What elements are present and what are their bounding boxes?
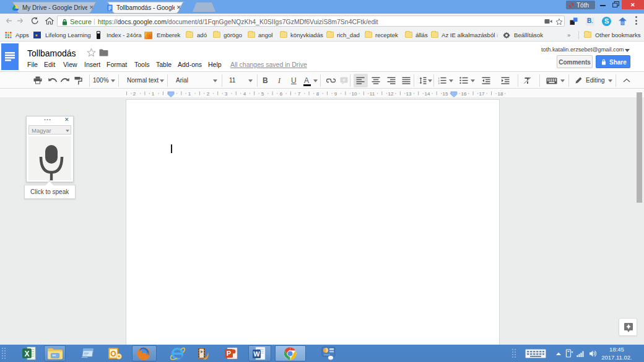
svg-text:18: 18 <box>498 91 503 97</box>
svg-text:15: 15 <box>443 91 448 97</box>
svg-text:X: X <box>24 350 29 358</box>
svg-text:4: 4 <box>243 91 246 97</box>
svg-text:7: 7 <box>298 91 301 97</box>
svg-text:5: 5 <box>261 91 264 97</box>
svg-text:10: 10 <box>352 91 357 97</box>
svg-text:W: W <box>253 350 260 358</box>
svg-text:6: 6 <box>280 91 283 97</box>
svg-text:12: 12 <box>388 91 394 97</box>
svg-text:11: 11 <box>370 91 375 97</box>
svg-text:2: 2 <box>133 91 136 97</box>
svg-text:13: 13 <box>406 91 412 97</box>
svg-text:17: 17 <box>479 91 485 97</box>
svg-text:1: 1 <box>188 91 191 97</box>
svg-text:P: P <box>227 350 231 357</box>
svg-text:3: 3 <box>438 82 440 84</box>
svg-text:2: 2 <box>207 91 210 97</box>
svg-text:3: 3 <box>225 91 228 97</box>
svg-text:16: 16 <box>461 91 467 97</box>
svg-text:O: O <box>110 350 116 358</box>
svg-text:8: 8 <box>316 91 320 97</box>
svg-text:9: 9 <box>334 91 337 97</box>
svg-text:1: 1 <box>152 91 155 97</box>
svg-text:14: 14 <box>425 91 430 97</box>
